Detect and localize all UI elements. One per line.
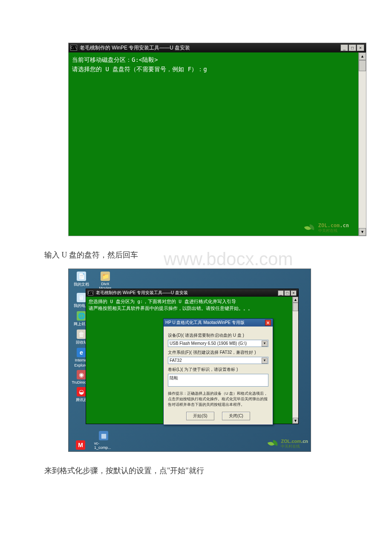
zol-sub: 中关村在线 bbox=[318, 228, 349, 233]
device-label: 设备(D)( 请选择需要制作启动盘的 U 盘 ) bbox=[168, 332, 268, 338]
filesystem-value: FAT32 bbox=[170, 358, 182, 363]
volume-label: 卷标(L)( 为了便于标识，请设置卷标 ) bbox=[168, 367, 268, 373]
vertical-scrollbar[interactable]: ▲ ▼ bbox=[292, 297, 298, 424]
console-line: 请严格按照相关工具软件界面中的提示操作，以防出错。请按任意键开始。。。 bbox=[89, 305, 290, 312]
scroll-up-button[interactable]: ▲ bbox=[359, 52, 366, 60]
scroll-up-button[interactable]: ▲ bbox=[293, 297, 298, 303]
filesystem-label: 文件系统(F)( 强烈建议选择 FAT32，兼容性好 ) bbox=[168, 350, 268, 356]
console-line: 当前可移动磁盘分区：G:<陆毅> bbox=[72, 55, 355, 64]
my-documents-icon[interactable]: 📄 我的文档 bbox=[71, 272, 92, 290]
dialog-title-text: HP U 盘格式化工具 MaotaoWinPE 专用版 bbox=[165, 320, 245, 326]
scroll-track[interactable] bbox=[293, 311, 298, 418]
volume-input[interactable]: 陆毅 bbox=[168, 374, 268, 387]
dvd-icon: ◉ bbox=[77, 370, 86, 379]
close-dialog-button[interactable]: 关闭(C) bbox=[222, 412, 250, 420]
scroll-down-button[interactable]: ▼ bbox=[293, 418, 298, 424]
dialog-close-button[interactable]: × bbox=[265, 320, 271, 326]
bin-icon: 🗑 bbox=[77, 330, 86, 339]
folder-icon: 📄 bbox=[77, 272, 86, 281]
volume-value: 陆毅 bbox=[170, 375, 178, 381]
icon-label: vc-1_comp... bbox=[94, 441, 113, 450]
close-button[interactable]: × bbox=[357, 44, 364, 51]
scroll-thumb[interactable] bbox=[359, 60, 366, 71]
close-button[interactable]: × bbox=[291, 290, 297, 296]
console-line: 请选择您的 U 盘盘符（不需要冒号，例如 F）：g bbox=[72, 64, 355, 74]
window-buttons: _ □ × bbox=[277, 290, 297, 296]
caption-2-text: 来到格式化步骤，按默认的设置，点"开始"就行 bbox=[44, 466, 204, 475]
leaf-icon bbox=[305, 224, 316, 232]
minimize-button[interactable]: _ bbox=[278, 290, 284, 296]
leaf-icon bbox=[268, 440, 279, 448]
maximize-button[interactable]: □ bbox=[349, 44, 356, 51]
zol-text: ZOL.com.cn 中关村在线 bbox=[281, 439, 308, 449]
scroll-down-button[interactable]: ▼ bbox=[359, 228, 366, 236]
icon-label: 我的文档 bbox=[74, 282, 89, 287]
zol-suffix: .cn bbox=[340, 223, 349, 228]
dialog-hint: 操作提示：正确选择上面的设备（U 盘）和格式化选项后，点击开始按钮执行格式化操作… bbox=[168, 391, 268, 408]
folder-icon: 📁 bbox=[101, 272, 110, 281]
zol-text: ZOL.com.cn 中关村在线 bbox=[318, 223, 349, 233]
chevron-down-icon[interactable]: ▼ bbox=[262, 358, 268, 364]
cmd-title-text: 老毛桃制作的 WinPE 专用安装工具——U 盘安装 bbox=[96, 290, 277, 296]
start-button[interactable]: 开始(S) bbox=[186, 412, 214, 420]
qq-glyph-icon: ◒ bbox=[77, 387, 86, 396]
cmd-titlebar: C:\ 老毛桃制作的 WinPE 专用安装工具——U 盘安装 _ □ × bbox=[69, 43, 366, 52]
computer-icon: 🖥 bbox=[77, 293, 86, 302]
scroll-track[interactable] bbox=[359, 71, 366, 228]
device-dropdown[interactable]: USB Flash Memory 6.50 (1906 MB) (G:\) ▼ bbox=[168, 340, 268, 347]
scroll-thumb[interactable] bbox=[293, 303, 298, 311]
console-line: 您选择的 U 盘分区为 g:，下面将对您的 U 盘进行格式化并写入引导 bbox=[89, 298, 290, 305]
device-value: USB Flash Memory 6.50 (1906 MB) (G:\) bbox=[170, 341, 247, 346]
watermark-zol: ZOL.com.cn 中关村在线 bbox=[268, 439, 308, 449]
divx-movies-icon[interactable]: 📁 DivX Movies bbox=[95, 272, 115, 290]
m-icon: M bbox=[76, 440, 85, 450]
minimize-button[interactable]: _ bbox=[340, 44, 348, 51]
cmd-window-screenshot-1: C:\ 老毛桃制作的 WinPE 专用安装工具——U 盘安装 _ □ × 当前可… bbox=[68, 43, 366, 236]
caption-2: 来到格式化步骤，按默认的设置，点"开始"就行 bbox=[44, 465, 349, 477]
dialog-buttons: 开始(S) 关闭(C) bbox=[168, 412, 268, 420]
desktop-screenshot: 📄 我的文档 📁 DivX Movies 🖥 我的电脑 🌐 网上邻居 🗑 回收站… bbox=[68, 269, 311, 452]
vc1-comp-icon[interactable]: ▦ vc-1_comp... bbox=[94, 431, 113, 450]
zol-brand: ZOL.com bbox=[281, 439, 301, 444]
console-area: 当前可移动磁盘分区：G:<陆毅> 请选择您的 U 盘盘符（不需要冒号，例如 F）… bbox=[69, 52, 366, 236]
dialog-body: 设备(D)( 请选择需要制作启动盘的 U 盘 ) USB Flash Memor… bbox=[164, 327, 273, 425]
filesystem-dropdown[interactable]: FAT32 ▼ bbox=[168, 357, 268, 364]
ie-glyph-icon: e bbox=[77, 348, 86, 357]
vertical-scrollbar[interactable]: ▲ ▼ bbox=[358, 52, 366, 236]
format-dialog: HP U 盘格式化工具 MaotaoWinPE 专用版 × 设备(D)( 请选择… bbox=[163, 318, 273, 425]
zol-brand: ZOL.com bbox=[318, 223, 340, 228]
app-icon: ▦ bbox=[99, 431, 108, 440]
cmd-title-text: 老毛桃制作的 WinPE 专用安装工具——U 盘安装 bbox=[80, 44, 340, 52]
desktop-icons-bottom: M ▦ vc-1_comp... bbox=[71, 431, 113, 450]
cmd-icon: C:\ bbox=[70, 45, 77, 51]
zol-suffix: .cn bbox=[301, 439, 308, 444]
cmd-icon: C:\ bbox=[88, 291, 93, 295]
globe-icon: 🌐 bbox=[77, 311, 86, 321]
console-output: 当前可移动磁盘分区：G:<陆毅> 请选择您的 U 盘盘符（不需要冒号，例如 F）… bbox=[69, 52, 358, 236]
cmd-titlebar: C:\ 老毛桃制作的 WinPE 专用安装工具——U 盘安装 _ □ × bbox=[86, 289, 298, 297]
maximize-button[interactable]: □ bbox=[284, 290, 290, 296]
caption-1-text: 输入 U 盘的盘符，然后回车 bbox=[44, 251, 138, 259]
page-watermark: www.bdocx.com bbox=[164, 253, 293, 265]
caption-1: 输入 U 盘的盘符，然后回车 www.bdocx.com bbox=[44, 249, 349, 261]
m-logo-icon[interactable]: M bbox=[71, 440, 90, 450]
dialog-titlebar: HP U 盘格式化工具 MaotaoWinPE 专用版 × bbox=[164, 319, 273, 327]
zol-sub: 中关村在线 bbox=[281, 444, 308, 449]
watermark-zol: ZOL.com.cn 中关村在线 bbox=[305, 223, 349, 233]
chevron-down-icon[interactable]: ▼ bbox=[262, 341, 268, 347]
window-buttons: _ □ × bbox=[340, 44, 364, 51]
